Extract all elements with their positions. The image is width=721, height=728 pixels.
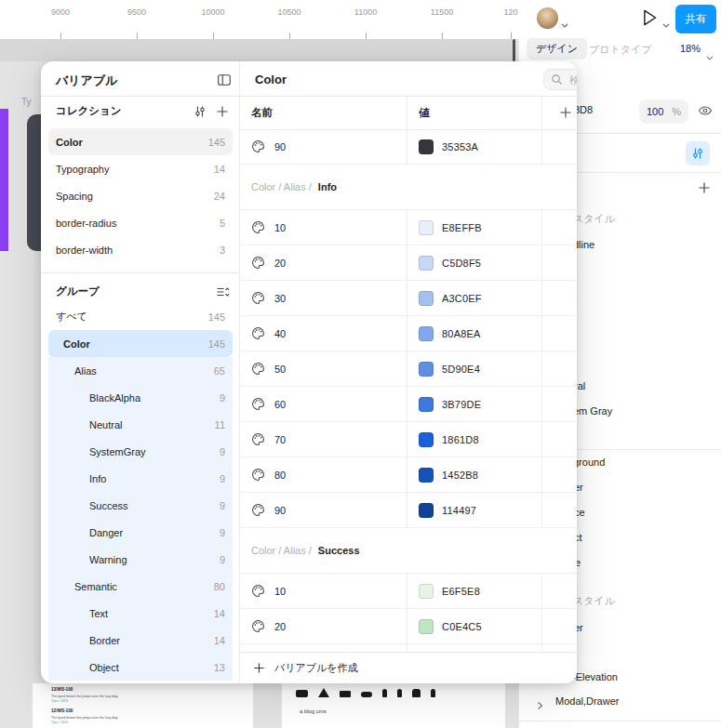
group-item-alias[interactable]: Alias 65 [48,357,233,384]
group-item-warning[interactable]: Warning 9 [48,546,233,573]
variable-name: 40 [274,328,286,339]
create-variable-button[interactable]: バリアブルを作成 [240,652,577,683]
color-swatch [419,291,434,306]
search-input[interactable] [567,73,577,86]
tab-design[interactable]: デザイン [527,38,587,60]
collection-count: 3 [220,245,225,256]
fill-hex-fragment: 3D8 [574,104,593,115]
chevron-down-icon[interactable] [561,15,568,32]
group-item-danger[interactable]: Danger 9 [48,519,233,546]
group-label: Info [89,473,220,484]
group-item-object[interactable]: Object 13 [48,654,233,681]
palette-icon [251,256,265,270]
variable-hex-value: 114497 [442,505,476,516]
add-collection-button[interactable] [214,103,231,120]
group-item-info[interactable]: Info 9 [48,465,233,492]
group-item-color[interactable]: Color 145 [48,330,233,357]
tab-prototype[interactable]: プロトタイプ [589,43,652,57]
ruler-label: 9000 [51,7,70,17]
variable-name: 20 [274,621,286,632]
groups-list: すべて 145 Color 145 Alias 65 BlackAlpha 9 … [48,303,233,681]
collection-count: 14 [214,164,225,175]
variable-row[interactable]: 20 C0E4C5 [240,609,577,644]
canvas-sample-title: 13/WS-100 [51,687,73,692]
zoom-level[interactable]: 18% [680,43,701,54]
variable-row[interactable]: 80 1452B8 [240,457,577,493]
color-swatch [419,503,434,518]
divider [41,272,239,273]
variable-row[interactable]: 90 114497 [240,493,577,528]
group-item-success[interactable]: Success 9 [48,492,233,519]
group-item-semantic[interactable]: Semantic 80 [48,573,233,600]
variable-name: 70 [274,434,286,445]
share-button[interactable]: 共有 [675,5,716,33]
canvas-sample-desc: The quick brown fox jumps over the lazy … [51,716,118,720]
present-play-button[interactable] [642,8,659,31]
chevron-right-icon[interactable] [537,697,543,714]
variable-row[interactable]: 90 35353A [240,129,577,165]
collapse-groups-icon[interactable] [214,284,231,300]
group-item-neutral[interactable]: Neutral 11 [48,411,233,438]
variable-modes-button[interactable] [686,141,710,165]
sidebar-divider [518,721,721,721]
groups-header: グループ [56,285,100,298]
group-label: Text [89,608,214,619]
variable-row[interactable]: 50 5D90E4 [240,351,577,387]
chevron-down-icon[interactable] [706,47,714,64]
palette-icon [251,503,265,517]
car-icon [361,692,372,697]
create-variable-label: バリアブルを作成 [274,661,358,675]
add-variable-column-button[interactable] [542,96,577,129]
ruler-tick [213,33,214,39]
palette-icon [251,468,265,482]
variable-row[interactable]: 30 A3C0EF [240,281,577,316]
opacity-value: 100 [647,106,663,117]
collection-item-border-radius[interactable]: border-radius 5 [48,209,233,236]
sidebar-add-button[interactable] [696,179,713,196]
group-label: Color [63,338,208,350]
ruler-tick [289,33,290,39]
collection-item-border-width[interactable]: border-width 3 [48,236,233,263]
variable-name: 80 [274,470,286,481]
group-item-text[interactable]: Text 14 [48,600,233,627]
group-item-systemgray[interactable]: SystemGray 9 [48,438,233,465]
variable-row[interactable]: 60 3B79DE [240,387,577,422]
group-count: 80 [214,581,225,592]
canvas-icons-frame: a blog cms [282,683,505,728]
variable-row[interactable]: 40 80A8EA [240,316,577,351]
visibility-eye-icon[interactable] [698,103,713,122]
percent-sign: % [672,106,681,117]
group-label: SystemGray [89,446,220,457]
opacity-field[interactable]: 100 % [639,99,688,124]
avatar[interactable] [537,7,558,29]
filter-sliders-icon[interactable] [192,103,208,120]
color-swatch [419,397,434,412]
toggle-sidebar-button[interactable] [216,72,233,88]
chevron-down-icon[interactable] [662,15,670,32]
group-item-border[interactable]: Border 14 [48,627,233,654]
collections-list: Color 145 Typography 14 Spacing 24 borde… [48,128,233,263]
sidebar-item-modal-drawer[interactable]: Modal,Drawer [555,695,619,707]
sidebar-text-fragment: -Elevation [572,671,618,682]
canvas-scrollbar[interactable] [513,39,515,61]
collection-item-typography[interactable]: Typography 14 [48,155,233,182]
canvas-sample-meta: 13px / 100% [51,721,68,723]
variable-row[interactable]: 70 1861D8 [240,422,577,457]
ruler-tick [511,33,512,39]
canvas-sample-title: 12/WS-100 [51,708,73,713]
plus-icon [253,662,265,674]
group-count: 9 [220,500,225,511]
canvas-icon-row [296,688,435,697]
variable-row[interactable]: 20 C5D8F5 [240,245,577,281]
collection-count: 145 [208,137,225,148]
group-item-blackalpha[interactable]: BlackAlpha 9 [48,384,233,411]
variable-row[interactable]: 10 E6F5E8 [240,574,577,609]
group-item-すべて[interactable]: すべて 145 [48,303,233,330]
collection-item-spacing[interactable]: Spacing 24 [48,182,233,209]
canvas-sample-meta: 13px / 100% [51,699,68,702]
collection-item-color[interactable]: Color 145 [48,128,233,155]
search-box[interactable] [543,69,577,90]
variable-row[interactable]: 10 E8EFFB [240,210,577,245]
palette-icon [251,139,265,153]
group-label: Object [89,662,214,673]
